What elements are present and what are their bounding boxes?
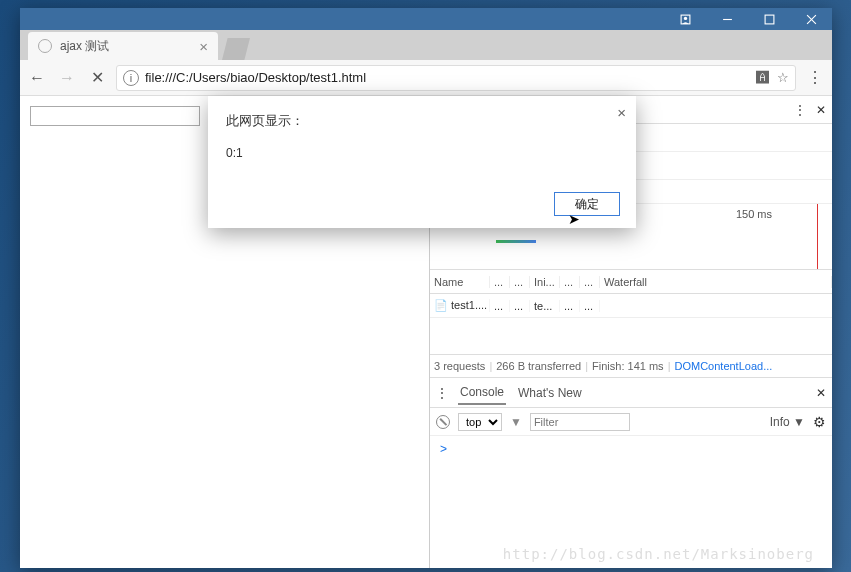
svg-point-1 bbox=[683, 16, 686, 19]
menu-button[interactable]: ⋮ bbox=[804, 68, 826, 87]
col-dots[interactable]: ... bbox=[580, 276, 600, 288]
svg-rect-3 bbox=[765, 15, 774, 24]
browser-tab[interactable]: ajax 测试 × bbox=[28, 32, 218, 60]
dialog-message: 0:1 bbox=[226, 146, 618, 160]
col-dots[interactable]: ... bbox=[560, 276, 580, 288]
timeline-bar bbox=[496, 240, 536, 243]
status-requests: 3 requests bbox=[434, 360, 485, 372]
clear-console-icon[interactable] bbox=[436, 415, 450, 429]
page-text-input[interactable] bbox=[30, 106, 200, 126]
network-status-bar: 3 requests| 266 B transferred| Finish: 1… bbox=[430, 354, 832, 378]
maximize-button[interactable] bbox=[748, 8, 790, 30]
forward-button[interactable]: → bbox=[56, 69, 78, 87]
console-body[interactable]: > bbox=[430, 436, 832, 568]
cell-name: 📄 test1.... bbox=[430, 299, 490, 312]
drawer-menu-icon[interactable]: ⋮ bbox=[436, 386, 448, 400]
reload-stop-button[interactable]: ✕ bbox=[86, 68, 108, 87]
cursor-icon: ➤ bbox=[568, 211, 580, 227]
col-waterfall[interactable]: Waterfall bbox=[600, 276, 832, 288]
col-dots[interactable]: ... bbox=[490, 276, 510, 288]
window-titlebar bbox=[20, 8, 832, 30]
tab-title: ajax 测试 bbox=[60, 38, 109, 55]
cell: ... bbox=[580, 300, 600, 312]
dialog-title: 此网页显示： bbox=[226, 112, 618, 130]
table-row[interactable]: 📄 test1.... ... ... te... ... ... bbox=[430, 294, 832, 318]
alert-dialog: × 此网页显示： 0:1 确定 ➤ bbox=[208, 96, 636, 228]
browser-window: ajax 测试 × ← → ✕ i file:///C:/Users/biao/… bbox=[20, 8, 832, 568]
console-toolbar: top ▼ Info ▼ ⚙ bbox=[430, 408, 832, 436]
toolbar: ← → ✕ i file:///C:/Users/biao/Desktop/te… bbox=[20, 60, 832, 96]
network-grid-header: Name ... ... Ini... ... ... Waterfall bbox=[430, 270, 832, 294]
dialog-ok-button[interactable]: 确定 ➤ bbox=[554, 192, 620, 216]
timeline-tick: 150 ms bbox=[736, 208, 772, 220]
minimize-button[interactable] bbox=[706, 8, 748, 30]
address-bar[interactable]: i file:///C:/Users/biao/Desktop/test1.ht… bbox=[116, 65, 796, 91]
devtools-close-icon[interactable]: ✕ bbox=[816, 103, 826, 117]
col-name[interactable]: Name bbox=[430, 276, 490, 288]
timeline-load-line bbox=[817, 204, 818, 269]
status-finish: Finish: 141 ms bbox=[592, 360, 664, 372]
tab-close-icon[interactable]: × bbox=[199, 38, 208, 55]
cell: ... bbox=[560, 300, 580, 312]
drawer-tab-whatsnew[interactable]: What's New bbox=[516, 382, 584, 404]
col-initiator[interactable]: Ini... bbox=[530, 276, 560, 288]
bookmark-star-icon[interactable]: ☆ bbox=[777, 70, 789, 85]
status-transferred: 266 B transferred bbox=[496, 360, 581, 372]
status-domcontentloaded: DOMContentLoad... bbox=[674, 360, 772, 372]
console-filter-input[interactable] bbox=[530, 413, 630, 431]
cell-initiator: te... bbox=[530, 300, 560, 312]
console-context-select[interactable]: top bbox=[458, 413, 502, 431]
close-window-button[interactable] bbox=[790, 8, 832, 30]
site-info-icon[interactable]: i bbox=[123, 70, 139, 86]
translate-icon[interactable]: 🅰 bbox=[756, 70, 769, 85]
favicon-placeholder bbox=[38, 39, 52, 53]
cell: ... bbox=[490, 300, 510, 312]
drawer-tabstrip: ⋮ Console What's New ✕ bbox=[430, 378, 832, 408]
drawer-tab-console[interactable]: Console bbox=[458, 381, 506, 405]
user-icon[interactable] bbox=[664, 8, 706, 30]
console-settings-icon[interactable]: ⚙ bbox=[813, 414, 826, 430]
cell: ... bbox=[510, 300, 530, 312]
tab-strip: ajax 测试 × bbox=[20, 30, 832, 60]
devtools-menu-icon[interactable]: ⋮ bbox=[794, 103, 806, 117]
drawer-close-icon[interactable]: ✕ bbox=[816, 386, 826, 400]
new-tab-button[interactable] bbox=[222, 38, 250, 60]
console-level[interactable]: Info ▼ bbox=[770, 415, 805, 429]
back-button[interactable]: ← bbox=[26, 69, 48, 87]
console-prompt: > bbox=[440, 442, 447, 456]
dialog-close-icon[interactable]: × bbox=[617, 104, 626, 121]
col-dots[interactable]: ... bbox=[510, 276, 530, 288]
url-text: file:///C:/Users/biao/Desktop/test1.html bbox=[145, 70, 366, 85]
